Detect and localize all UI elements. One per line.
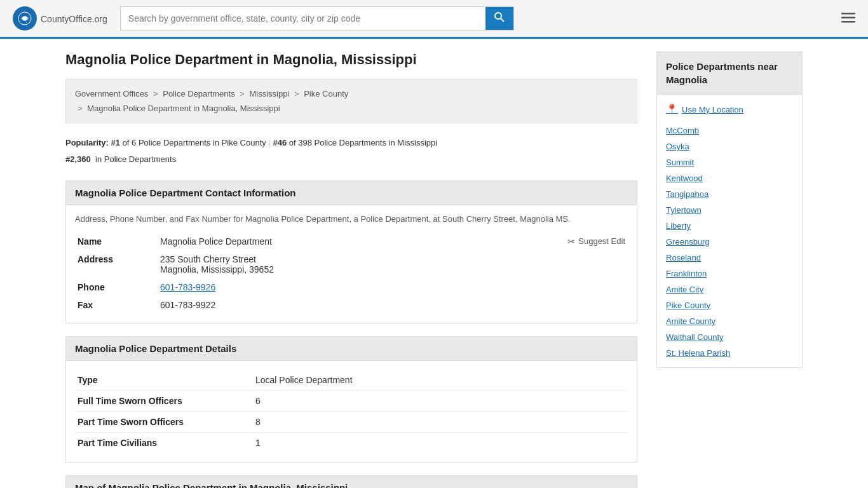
sidebar-link[interactable]: Amite City	[666, 281, 793, 297]
popularity-rank2: #46	[273, 135, 287, 151]
civilians-value: 1	[253, 432, 628, 453]
sidebar-content: 📍 Use My Location McCombOsykaSummitKentw…	[656, 95, 803, 368]
svg-rect-6	[841, 21, 855, 23]
svg-rect-4	[841, 13, 855, 15]
logo-icon	[13, 6, 37, 30]
logo-name: CountyOffice	[41, 14, 92, 24]
full-time-label: Full Time Sworn Officers	[75, 390, 253, 411]
popularity-rank3: #2,360	[65, 154, 91, 164]
suggest-edit-link[interactable]: ✂ Suggest Edit	[468, 236, 625, 247]
table-row: Type Local Police Department	[75, 370, 628, 391]
sidebar-link[interactable]: Franklinton	[666, 266, 793, 281]
table-row: Part Time Sworn Officers 8	[75, 411, 628, 432]
sidebar-link[interactable]: Greensburg	[666, 234, 793, 250]
popularity-rank3-text: in Police Departments	[95, 154, 176, 164]
svg-rect-5	[841, 17, 855, 19]
breadcrumb-link-pike[interactable]: Pike County	[304, 89, 348, 98]
svg-point-2	[495, 13, 501, 19]
sidebar-links-list: McCombOsykaSummitKentwoodTangipahoaTyler…	[666, 123, 793, 361]
sidebar-link[interactable]: Osyka	[666, 139, 793, 154]
breadcrumb-sep: >	[240, 89, 245, 98]
suggest-edit-cell: ✂ Suggest Edit	[465, 233, 628, 314]
fax-value: 601-783-9922	[158, 296, 465, 314]
location-pin-icon: 📍	[666, 104, 678, 115]
fax-label: Fax	[75, 296, 158, 314]
sidebar-link[interactable]: Summit	[666, 154, 793, 170]
popularity-section: Popularity: #1 of 6 Police Departments i…	[65, 135, 637, 168]
table-row: Name Magnolia Police Department ✂ Sugges…	[75, 233, 628, 250]
popularity-rank2-text: of 398 Police Departments in Mississippi	[289, 135, 437, 151]
breadcrumb-link-current[interactable]: Magnolia Police Department in Magnolia, …	[87, 104, 280, 113]
use-my-location-button[interactable]: 📍 Use My Location	[666, 101, 743, 120]
sidebar-link[interactable]: Liberty	[666, 218, 793, 234]
contact-section-body: Address, Phone Number, and Fax Number fo…	[65, 205, 637, 323]
breadcrumb-sep: >	[294, 89, 299, 98]
breadcrumb-link-gov[interactable]: Government Offices	[75, 89, 148, 98]
sidebar: Police Departments near Magnolia 📍 Use M…	[656, 51, 803, 488]
contact-description: Address, Phone Number, and Fax Number fo…	[75, 214, 628, 224]
breadcrumb-sep: >	[78, 104, 83, 113]
main-column: Magnolia Police Department in Magnolia, …	[65, 51, 656, 488]
suggest-edit-label: Suggest Edit	[578, 236, 625, 246]
svg-point-1	[23, 17, 27, 20]
address-label: Address	[75, 250, 158, 278]
phone-label: Phone	[75, 278, 158, 296]
part-time-value: 8	[253, 411, 628, 432]
type-label: Type	[75, 370, 253, 391]
name-value: Magnolia Police Department	[158, 233, 465, 250]
site-logo[interactable]: CountyOffice.org	[13, 6, 107, 30]
sidebar-header: Police Departments near Magnolia	[656, 51, 803, 95]
breadcrumb-link-pd[interactable]: Police Departments	[163, 89, 234, 98]
page-title: Magnolia Police Department in Magnolia, …	[65, 51, 637, 68]
table-row: Full Time Sworn Officers 6	[75, 390, 628, 411]
logo-text: CountyOffice.org	[41, 12, 107, 25]
sidebar-link[interactable]: Amite County	[666, 313, 793, 329]
site-header: CountyOffice.org	[0, 0, 868, 39]
sidebar-link[interactable]: Walthall County	[666, 329, 793, 345]
sidebar-link[interactable]: McComb	[666, 123, 793, 139]
type-value: Local Police Department	[253, 370, 628, 391]
edit-icon: ✂	[567, 236, 575, 247]
search-input[interactable]	[121, 7, 485, 30]
page-content: Magnolia Police Department in Magnolia, …	[53, 39, 815, 488]
map-section-header: Map of Magnolia Police Department in Mag…	[65, 475, 637, 488]
phone-value: 601-783-9926	[158, 278, 465, 296]
part-time-label: Part Time Sworn Officers	[75, 411, 253, 432]
search-button[interactable]	[485, 7, 513, 30]
address-line1: 235 South Cherry Street	[160, 254, 463, 264]
phone-link[interactable]: 601-783-9926	[160, 282, 215, 292]
breadcrumb-sep: >	[153, 89, 158, 98]
breadcrumb-link-ms[interactable]: Mississippi	[250, 89, 290, 98]
sidebar-link[interactable]: Kentwood	[666, 170, 793, 186]
name-label: Name	[75, 233, 158, 250]
full-time-value: 6	[253, 390, 628, 411]
sidebar-link[interactable]: Tangipahoa	[666, 186, 793, 202]
use-location-label: Use My Location	[682, 105, 743, 114]
table-row: Part Time Civilians 1	[75, 432, 628, 453]
details-section-header: Magnolia Police Department Details	[65, 336, 637, 361]
svg-line-3	[501, 18, 504, 22]
popularity-rank1-text: of 6 Police Departments in Pike County	[123, 135, 266, 151]
sidebar-link[interactable]: Tylertown	[666, 202, 793, 218]
logo-tld: .org	[92, 14, 107, 24]
menu-button[interactable]	[841, 10, 855, 27]
sidebar-link[interactable]: St. Helena Parish	[666, 345, 793, 361]
breadcrumb: Government Offices > Police Departments …	[65, 79, 637, 123]
search-bar	[120, 6, 514, 30]
address-line2: Magnolia, Mississippi, 39652	[160, 264, 463, 274]
contact-section-header: Magnolia Police Department Contact Infor…	[65, 180, 637, 205]
address-value: 235 South Cherry Street Magnolia, Missis…	[158, 250, 465, 278]
details-table: Type Local Police Department Full Time S…	[75, 370, 628, 453]
popularity-label: Popularity:	[65, 135, 109, 151]
sidebar-link[interactable]: Pike County	[666, 297, 793, 313]
details-section-body: Type Local Police Department Full Time S…	[65, 361, 637, 463]
popularity-rank1: #1	[111, 135, 120, 151]
sidebar-link[interactable]: Roseland	[666, 250, 793, 266]
contact-table: Name Magnolia Police Department ✂ Sugges…	[75, 233, 628, 314]
civilians-label: Part Time Civilians	[75, 432, 253, 453]
